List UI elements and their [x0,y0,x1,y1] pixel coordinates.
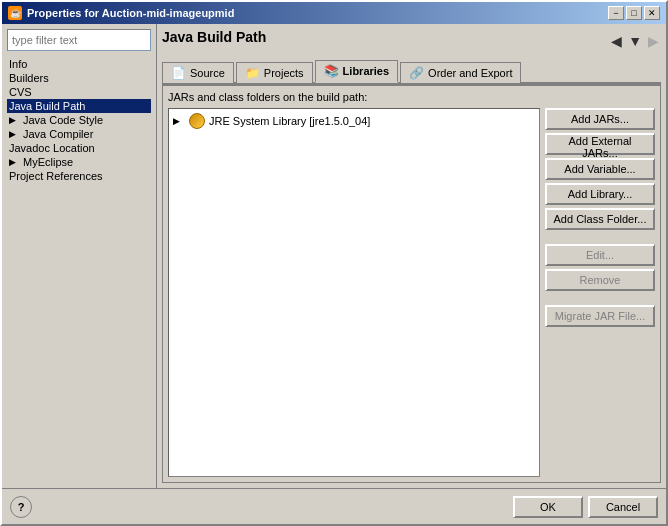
tab-source[interactable]: 📄 Source [162,62,234,83]
ok-button[interactable]: OK [513,496,583,518]
maximize-button[interactable]: □ [626,6,642,20]
sidebar-item-project-references[interactable]: Project References [7,169,151,183]
bottom-action-buttons: OK Cancel [513,496,658,518]
sidebar-item-info[interactable]: Info [7,57,151,71]
projects-tab-icon: 📁 [245,66,260,80]
migrate-jar-file-button[interactable]: Migrate JAR File... [545,305,655,327]
window-title: Properties for Auction-mid-imageupmid [27,7,234,19]
buttons-panel: Add JARs... Add External JARs... Add Var… [545,108,655,477]
add-library-button[interactable]: Add Library... [545,183,655,205]
tab-libraries[interactable]: 📚 Libraries [315,60,398,83]
close-button[interactable]: ✕ [644,6,660,20]
tab-source-label: Source [190,67,225,79]
expand-icon: ▶ [9,115,23,125]
jre-icon [189,113,205,129]
sidebar-item-myeclipse[interactable]: ▶MyEclipse [7,155,151,169]
tabs: 📄 Source 📁 Projects 📚 Libraries 🔗 Order … [162,59,661,84]
panel-description: JARs and class folders on the build path… [168,91,655,103]
sidebar-item-java-code-style[interactable]: ▶Java Code Style [7,113,151,127]
list-item[interactable]: ▶ JRE System Library [jre1.5.0_04] [171,111,537,131]
title-bar-left: ☕ Properties for Auction-mid-imageupmid [8,6,234,20]
sidebar-item-builders[interactable]: Builders [7,71,151,85]
separator-1 [545,233,655,241]
nav-buttons: ◀ ▼ ▶ [609,33,661,49]
nav-separator: ▼ [626,33,644,49]
separator-2 [545,294,655,302]
source-tab-icon: 📄 [171,66,186,80]
tab-order-label: Order and Export [428,67,512,79]
add-jars-button[interactable]: Add JARs... [545,108,655,130]
cancel-button[interactable]: Cancel [588,496,658,518]
help-button[interactable]: ? [10,496,32,518]
tab-libraries-label: Libraries [343,65,389,77]
libraries-tab-icon: 📚 [324,64,339,78]
edit-button[interactable]: Edit... [545,244,655,266]
jars-list[interactable]: ▶ JRE System Library [jre1.5.0_04] [168,108,540,477]
remove-button[interactable]: Remove [545,269,655,291]
sidebar-item-java-compiler[interactable]: ▶Java Compiler [7,127,151,141]
tab-projects[interactable]: 📁 Projects [236,62,313,83]
panel-title: Java Build Path [162,29,266,45]
nav-back-button[interactable]: ◀ [609,33,624,49]
order-tab-icon: 🔗 [409,66,424,80]
panel-body: ▶ JRE System Library [jre1.5.0_04] Add J… [168,108,655,477]
tree-items: Info Builders CVS Java Build Path ▶Java … [7,57,151,183]
filter-input[interactable] [7,29,151,51]
expand-icon: ▶ [9,157,23,167]
title-bar: ☕ Properties for Auction-mid-imageupmid … [2,2,666,24]
content-area: Info Builders CVS Java Build Path ▶Java … [2,24,666,488]
nav-forward-button[interactable]: ▶ [646,33,661,49]
list-item-label: JRE System Library [jre1.5.0_04] [209,115,370,127]
main-window: ☕ Properties for Auction-mid-imageupmid … [0,0,668,526]
sidebar-item-java-build-path[interactable]: Java Build Path [7,99,151,113]
add-variable-button[interactable]: Add Variable... [545,158,655,180]
tab-projects-label: Projects [264,67,304,79]
window-icon: ☕ [8,6,22,20]
add-class-folder-button[interactable]: Add Class Folder... [545,208,655,230]
list-expand-icon: ▶ [173,116,185,126]
expand-icon: ▶ [9,129,23,139]
title-buttons: − □ ✕ [608,6,660,20]
panel-content: JARs and class folders on the build path… [162,84,661,483]
bottom-bar: ? OK Cancel [2,488,666,524]
main-panel: Java Build Path ◀ ▼ ▶ 📄 Source 📁 Project… [157,24,666,488]
sidebar-item-cvs[interactable]: CVS [7,85,151,99]
minimize-button[interactable]: − [608,6,624,20]
add-external-jars-button[interactable]: Add External JARs... [545,133,655,155]
sidebar-item-javadoc-location[interactable]: Javadoc Location [7,141,151,155]
sidebar: Info Builders CVS Java Build Path ▶Java … [2,24,157,488]
tab-order-and-export[interactable]: 🔗 Order and Export [400,62,521,83]
